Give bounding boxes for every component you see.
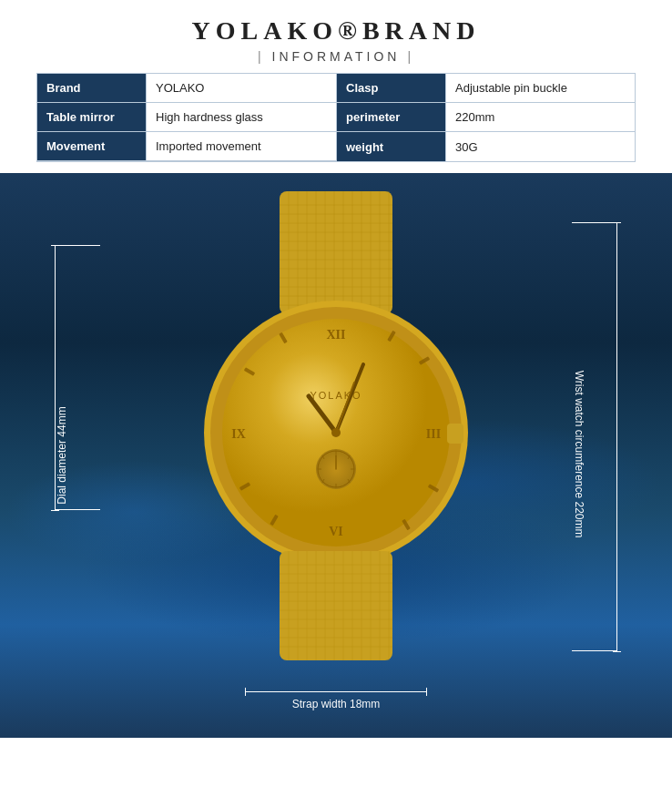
brand-label: Brand: [37, 74, 147, 102]
brand-title: YOLAKO®BRAND: [18, 16, 654, 46]
movement-value: Imported movement: [147, 132, 336, 160]
watch-image: XII IX VI III: [145, 191, 527, 665]
clasp-value: Adjustable pin buckle: [446, 74, 635, 102]
clasp-label: Clasp: [337, 74, 446, 102]
brand-value: YOLAKO: [147, 74, 336, 102]
perimeter-value: 220mm: [446, 103, 635, 131]
svg-text:III: III: [426, 427, 441, 441]
mirror-value: High hardness glass: [147, 103, 336, 131]
weight-label: weight: [337, 132, 446, 161]
table-row: Table mirror High hardness glass: [37, 103, 336, 132]
svg-rect-57: [280, 551, 392, 660]
wrist-circumference-label: Wrist watch circumference 220mm: [573, 371, 585, 538]
svg-point-55: [331, 428, 341, 437]
product-page: YOLAKO®BRAND INFORMATION Brand YOLAKO Cl…: [0, 0, 672, 807]
strap-width-label: Strap width 18mm: [292, 698, 381, 710]
top-section: YOLAKO®BRAND INFORMATION Brand YOLAKO Cl…: [0, 0, 672, 173]
dial-diameter-tick-bottom: [55, 509, 100, 510]
mirror-label: Table mirror: [37, 103, 147, 131]
weight-value: 30G: [446, 132, 635, 161]
svg-text:IX: IX: [231, 427, 246, 441]
wrist-tick-bottom: [572, 650, 617, 651]
strap-width-line: [245, 691, 427, 692]
table-row: Clasp Adjustable pin buckle: [336, 74, 635, 103]
info-table: Brand YOLAKO Clasp Adjustable pin buckle…: [36, 73, 636, 162]
wrist-circumference-line: [616, 223, 617, 651]
info-subtitle: INFORMATION: [18, 49, 654, 64]
table-row: weight 30G: [336, 132, 635, 161]
svg-rect-56: [447, 424, 463, 444]
movement-label: Movement: [37, 132, 147, 160]
dial-diameter-label: Dial diameter 44mm: [56, 406, 68, 504]
table-row: Movement Imported movement: [37, 132, 336, 161]
table-row: perimeter 220mm: [336, 103, 635, 132]
table-row: Brand YOLAKO: [37, 74, 336, 103]
svg-text:XII: XII: [326, 328, 345, 342]
dial-diameter-tick-top: [55, 245, 100, 246]
perimeter-label: perimeter: [337, 103, 446, 131]
wrist-tick-top: [572, 222, 617, 223]
svg-text:VI: VI: [329, 525, 343, 538]
watch-section: XII IX VI III: [0, 173, 672, 738]
